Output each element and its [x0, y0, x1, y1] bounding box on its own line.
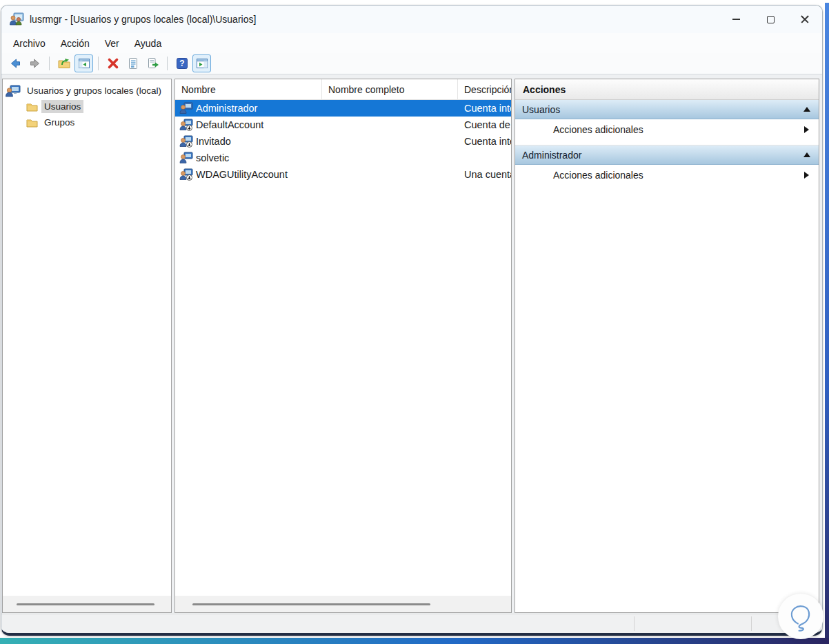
user-row-administrador[interactable]: Administrador Cuenta inte [175, 100, 511, 117]
user-name: solvetic [196, 152, 229, 163]
column-header-nombre-completo[interactable]: Nombre completo [322, 79, 458, 99]
tree-item-grupos[interactable]: Grupos [4, 114, 170, 130]
up-one-level-button[interactable] [54, 54, 73, 72]
status-bar-separator [634, 616, 635, 631]
show-hide-action-pane-button[interactable] [192, 54, 211, 72]
toolbar-separator [98, 57, 99, 70]
user-name: WDAGUtilityAccount [196, 169, 288, 180]
user-description: Una cuenta [458, 169, 511, 180]
actions-section-administrador: Administrador Acciones adicionales [515, 145, 819, 185]
user-description: Cuenta de u [458, 119, 511, 130]
delete-x-icon [107, 57, 119, 70]
image-frame-bottom [0, 638, 829, 644]
maximize-icon [767, 16, 775, 23]
actions-pane-title: Acciones [515, 79, 819, 100]
folder-icon [26, 118, 38, 128]
tree-item-grupos-label: Grupos [41, 116, 77, 129]
tree-item-usuarios-label: Usuarios [41, 100, 83, 113]
action-item-label: Acciones adicionales [553, 170, 804, 181]
solvetic-bulb-watermark [778, 594, 823, 639]
tree-root-item[interactable]: Usuarios y grupos locales (local) [4, 83, 170, 99]
user-description: Cuenta inte [458, 103, 511, 114]
user-row-defaultaccount[interactable]: DefaultAccount Cuenta de u [175, 117, 511, 133]
delete-button[interactable] [103, 54, 122, 72]
titlebar[interactable]: lusrmgr - [Usuarios y grupos locales (lo… [1, 6, 822, 33]
console-tree-icon [78, 57, 90, 70]
close-button[interactable] [788, 6, 822, 32]
tree-scrollbar-thumb[interactable] [17, 603, 154, 605]
column-header-descripcion[interactable]: Descripción [458, 79, 511, 99]
toolbar-separator [49, 57, 50, 70]
user-disabled-icon [179, 168, 193, 181]
lightbulb-icon [783, 598, 819, 634]
forward-button[interactable] [26, 54, 44, 72]
user-disabled-icon [179, 135, 193, 148]
maximize-button[interactable] [753, 6, 788, 32]
window-title: lusrmgr - [Usuarios y grupos locales (lo… [30, 14, 256, 25]
action-item-label: Acciones adicionales [553, 124, 804, 135]
export-list-button[interactable] [143, 54, 162, 72]
up-folder-icon [58, 57, 70, 70]
forward-arrow-icon [29, 57, 41, 70]
back-button[interactable] [6, 54, 24, 72]
svg-text:?: ? [179, 59, 184, 68]
user-row-wdagutilityaccount[interactable]: WDAGUtilityAccount Una cuenta [175, 166, 511, 183]
user-disabled-icon [179, 119, 193, 131]
menubar: Archivo Acción Ver Ayuda [1, 33, 822, 53]
tree-root-label: Usuarios y grupos locales (local) [24, 84, 164, 97]
actions-pane: Acciones Usuarios Acciones adicionales A… [515, 79, 819, 613]
user-list-pane: Nombre Nombre completo Descripción Admin… [174, 79, 512, 613]
folder-icon [26, 102, 38, 112]
submenu-arrow-icon [804, 126, 809, 133]
status-bar [1, 614, 822, 633]
user-icon [179, 102, 193, 114]
console-tree: Usuarios y grupos locales (local) Usuari… [3, 79, 171, 134]
close-icon [801, 15, 809, 23]
submenu-arrow-icon [804, 172, 809, 179]
collapse-icon[interactable] [803, 152, 810, 157]
actions-section-administrador-header[interactable]: Administrador [515, 145, 819, 165]
toolbar: ? [1, 53, 822, 74]
action-pane-icon [196, 57, 208, 70]
lusrmgr-window: lusrmgr - [Usuarios y grupos locales (lo… [1, 5, 823, 636]
status-bar-separator [751, 616, 752, 631]
section-title: Administrador [522, 150, 803, 161]
content-area: Usuarios y grupos locales (local) Usuari… [1, 74, 822, 633]
menu-archivo[interactable]: Archivo [6, 35, 53, 52]
toolbar-separator [167, 57, 168, 70]
action-item-acciones-adicionales-administrador[interactable]: Acciones adicionales [515, 165, 819, 185]
section-title: Usuarios [522, 104, 803, 115]
column-header-nombre[interactable]: Nombre [175, 79, 322, 99]
menu-accion[interactable]: Acción [53, 35, 97, 52]
user-icon [179, 152, 193, 164]
export-list-icon [147, 57, 159, 70]
list-horizontal-scrollbar[interactable] [175, 596, 511, 612]
minimize-button[interactable] [719, 6, 753, 32]
user-description: Cuenta inte [458, 136, 511, 147]
image-frame-right [825, 3, 829, 644]
screenshot-canvas: lusrmgr - [Usuarios y grupos locales (lo… [0, 0, 829, 644]
show-hide-console-tree-button[interactable] [74, 54, 93, 72]
users-computer-icon [6, 85, 21, 97]
user-name: Administrador [196, 103, 257, 114]
properties-icon [127, 57, 139, 70]
tree-item-usuarios[interactable]: Usuarios [4, 99, 170, 114]
user-row-solvetic[interactable]: solvetic [175, 150, 511, 166]
tree-horizontal-scrollbar[interactable] [3, 596, 171, 612]
console-tree-pane: Usuarios y grupos locales (local) Usuari… [2, 79, 172, 613]
menu-ver[interactable]: Ver [97, 35, 127, 52]
help-icon: ? [176, 57, 188, 70]
collapse-icon[interactable] [803, 107, 810, 112]
minimize-icon [732, 19, 740, 20]
action-item-acciones-adicionales-usuarios[interactable]: Acciones adicionales [515, 119, 819, 140]
user-row-invitado[interactable]: Invitado Cuenta inte [175, 133, 511, 150]
help-button[interactable]: ? [172, 54, 191, 72]
lusrmgr-app-icon [10, 12, 24, 26]
menu-ayuda[interactable]: Ayuda [127, 35, 169, 52]
back-arrow-icon [9, 57, 21, 70]
actions-section-usuarios-header[interactable]: Usuarios [515, 100, 819, 119]
list-scrollbar-thumb[interactable] [192, 603, 430, 605]
user-name: Invitado [196, 136, 231, 147]
properties-button[interactable] [123, 54, 142, 72]
user-name: DefaultAccount [196, 119, 263, 130]
